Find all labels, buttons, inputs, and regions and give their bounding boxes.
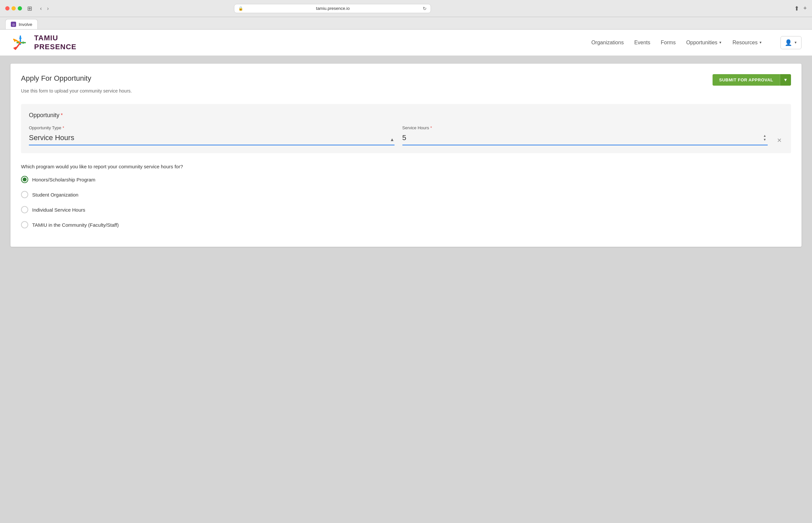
close-row-button[interactable]: ✕ bbox=[776, 136, 783, 145]
radio-label-individual: Individual Service Hours bbox=[32, 207, 85, 213]
minimize-traffic-light[interactable] bbox=[12, 6, 16, 11]
back-button[interactable]: ‹ bbox=[39, 4, 43, 13]
svg-line-4 bbox=[15, 43, 20, 49]
number-up-button[interactable]: ▲ bbox=[763, 134, 766, 138]
forward-button[interactable]: › bbox=[46, 4, 50, 13]
service-hours-value: 5 bbox=[402, 132, 763, 143]
fields-row: Opportunity Type * Service Hours ▲ Servi… bbox=[29, 125, 783, 145]
submit-dropdown-button[interactable]: ▼ bbox=[780, 74, 791, 86]
url-text: tamiu.presence.io bbox=[246, 6, 420, 11]
nav-organizations[interactable]: Organizations bbox=[592, 40, 624, 46]
form-subtitle: Use this form to upload your community s… bbox=[21, 88, 791, 93]
browser-chrome: ⊞ ‹ › 🔒 tamiu.presence.io ↻ ⬆ + bbox=[0, 0, 812, 17]
form-header: Apply For Opportunity SUBMIT FOR APPROVA… bbox=[21, 74, 791, 86]
address-bar[interactable]: 🔒 tamiu.presence.io ↻ bbox=[234, 4, 431, 13]
radio-option-honors[interactable]: Honors/Scholarship Program bbox=[21, 176, 791, 183]
submit-for-approval-button[interactable]: SUBMIT FOR APPROVAL bbox=[712, 74, 780, 86]
radio-circle-tamiu-community[interactable] bbox=[21, 221, 28, 228]
service-hours-required: * bbox=[430, 126, 432, 130]
radio-circle-honors[interactable] bbox=[21, 176, 28, 183]
share-button[interactable]: ⬆ bbox=[794, 5, 799, 12]
browser-nav-controls: ‹ › bbox=[39, 4, 50, 13]
radio-label-tamiu-community: TAMIU in the Community (Faculty/Staff) bbox=[32, 222, 119, 228]
lock-icon: 🔒 bbox=[238, 6, 243, 11]
opportunity-type-label: Opportunity Type * bbox=[29, 125, 394, 130]
svg-marker-1 bbox=[19, 35, 22, 39]
traffic-lights bbox=[5, 6, 22, 11]
radio-section: Which program would you like to report y… bbox=[21, 164, 791, 228]
submit-dropdown-icon: ▼ bbox=[783, 77, 788, 82]
number-down-button[interactable]: ▼ bbox=[763, 138, 766, 141]
tab-label: Involve bbox=[19, 22, 32, 27]
opportunity-type-value: Service Hours bbox=[29, 132, 394, 143]
radio-question: Which program would you like to report y… bbox=[21, 164, 791, 169]
svg-marker-7 bbox=[13, 39, 17, 42]
tab-bar: ◎ Involve bbox=[0, 17, 812, 30]
service-hours-label: Service Hours * bbox=[402, 125, 768, 130]
form-title: Apply For Opportunity bbox=[21, 74, 91, 83]
logo-tamiu: TAMIU bbox=[34, 34, 76, 42]
logo-area: TAMIU PRESENCE bbox=[11, 33, 76, 53]
form-card: Apply For Opportunity SUBMIT FOR APPROVA… bbox=[11, 64, 801, 247]
logo-icon bbox=[11, 33, 30, 53]
number-controls: ▲ ▼ bbox=[763, 134, 766, 141]
form-title-area: Apply For Opportunity bbox=[21, 74, 91, 83]
radio-circle-student-org[interactable] bbox=[21, 191, 28, 198]
tab-favicon: ◎ bbox=[11, 22, 16, 27]
nav-events[interactable]: Events bbox=[634, 40, 650, 46]
user-icon: 👤 bbox=[785, 39, 792, 46]
logo-presence: PRESENCE bbox=[34, 43, 76, 51]
user-dropdown-icon: ▼ bbox=[794, 41, 797, 44]
service-hours-input-wrapper: 5 ▲ ▼ bbox=[402, 132, 768, 145]
nav-resources[interactable]: Resources ▼ bbox=[732, 40, 762, 46]
radio-label-honors: Honors/Scholarship Program bbox=[32, 177, 95, 182]
radio-option-tamiu-community[interactable]: TAMIU in the Community (Faculty/Staff) bbox=[21, 221, 791, 228]
logo-text: TAMIU PRESENCE bbox=[34, 34, 76, 51]
select-arrow-icon: ▲ bbox=[390, 137, 394, 142]
opportunity-section-title: Opportunity * bbox=[29, 112, 783, 119]
page-content: Apply For Opportunity SUBMIT FOR APPROVA… bbox=[0, 56, 812, 255]
opportunity-type-select[interactable]: Service Hours ▲ bbox=[29, 132, 394, 145]
new-tab-button[interactable]: + bbox=[803, 5, 807, 12]
radio-option-individual[interactable]: Individual Service Hours bbox=[21, 206, 791, 213]
browser-actions: ⬆ + bbox=[794, 5, 807, 12]
sidebar-toggle-button[interactable]: ⊞ bbox=[27, 5, 32, 12]
nav-opportunities[interactable]: Opportunities ▼ bbox=[686, 40, 722, 46]
active-tab[interactable]: ◎ Involve bbox=[5, 19, 38, 29]
service-hours-field-group: Service Hours * 5 ▲ ▼ bbox=[402, 125, 768, 145]
nav-forms[interactable]: Forms bbox=[661, 40, 675, 46]
user-menu-button[interactable]: 👤 ▼ bbox=[780, 36, 801, 49]
radio-circle-individual[interactable] bbox=[21, 206, 28, 213]
resources-dropdown-icon: ▼ bbox=[759, 41, 762, 44]
opportunity-type-field-group: Opportunity Type * Service Hours ▲ bbox=[29, 125, 394, 145]
app-container: TAMIU PRESENCE Organizations Events Form… bbox=[0, 30, 812, 523]
navbar: TAMIU PRESENCE Organizations Events Form… bbox=[0, 30, 812, 56]
opportunity-required-star: * bbox=[61, 112, 63, 119]
opportunity-section: Opportunity * Opportunity Type * Service… bbox=[21, 104, 791, 153]
submit-btn-group: SUBMIT FOR APPROVAL ▼ bbox=[712, 74, 791, 86]
svg-marker-3 bbox=[23, 41, 26, 44]
opportunity-type-required: * bbox=[63, 126, 64, 130]
radio-option-student-org[interactable]: Student Organization bbox=[21, 191, 791, 198]
radio-label-student-org: Student Organization bbox=[32, 192, 78, 198]
close-traffic-light[interactable] bbox=[5, 6, 10, 11]
opportunities-dropdown-icon: ▼ bbox=[719, 41, 722, 44]
nav-links: Organizations Events Forms Opportunities… bbox=[592, 36, 801, 49]
refresh-button[interactable]: ↻ bbox=[423, 6, 427, 11]
maximize-traffic-light[interactable] bbox=[18, 6, 22, 11]
